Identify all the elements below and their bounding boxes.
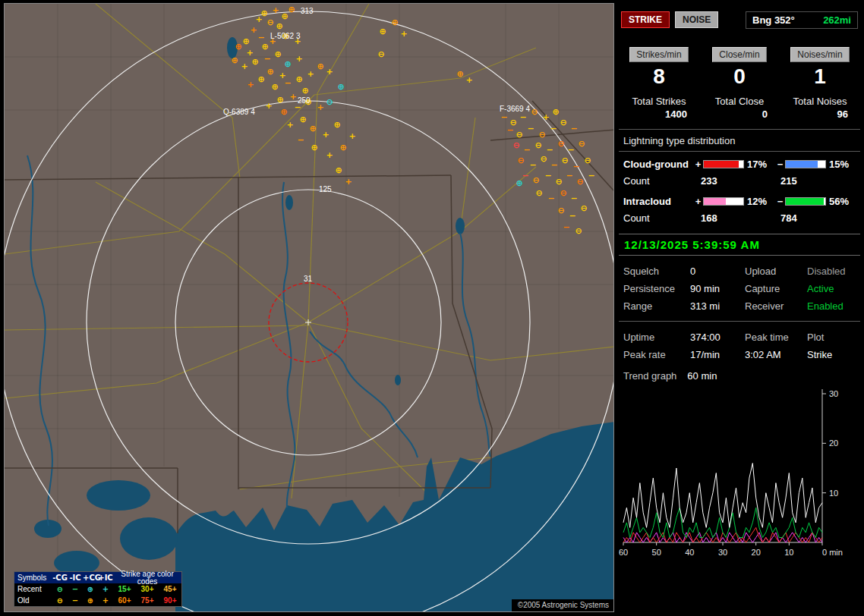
- pos-ic-icon: +: [98, 597, 113, 605]
- trend-series-close-rate: [623, 527, 822, 542]
- age-code: 75+: [136, 597, 159, 605]
- legend-row-recent: Recent ⊖ − ⊕ + 15+ 30+ 45+: [14, 583, 181, 595]
- trend-x-tick: 40: [685, 548, 694, 557]
- strike-symbol: ⊕: [335, 165, 342, 175]
- count-label: Count: [623, 212, 701, 224]
- trend-window-value: 60 min: [687, 370, 717, 382]
- strike-symbol: ⊕: [242, 36, 249, 46]
- strike-symbol: ⊕: [257, 74, 264, 84]
- strike-symbol: +: [255, 14, 262, 24]
- noises-per-min-chip[interactable]: Noises/min: [790, 47, 849, 62]
- divider: [619, 151, 860, 152]
- squelch-label: Squelch: [623, 266, 690, 277]
- neg-cg-icon: ⊖: [52, 586, 68, 593]
- strike-symbol: −: [567, 145, 574, 155]
- bar-fill: [786, 161, 818, 168]
- strike-symbol: ⊖: [575, 226, 582, 236]
- range-ring-label: 125: [319, 185, 332, 193]
- strike-symbol: ⊕: [391, 17, 398, 27]
- strike-symbol: −: [284, 78, 291, 88]
- mode-toolbar: STRIKE NOISE Bng 352° 262mi: [621, 11, 858, 29]
- divider: [619, 321, 860, 322]
- range-label: Range: [623, 300, 690, 312]
- peak-rate-label: Peak rate: [623, 349, 690, 360]
- cg-negative-percent: 15%: [826, 159, 857, 170]
- rate-labels-row: Strikes/min Close/min Noises/min: [619, 47, 860, 62]
- strike-symbol: ⊕: [317, 61, 323, 71]
- strike-symbol: ⊖: [561, 156, 568, 165]
- strike-symbol: ⊖: [326, 97, 333, 107]
- strikes-per-min-value: 8: [619, 64, 699, 89]
- strike-symbol: ⊕: [261, 42, 268, 52]
- close-per-min-chip[interactable]: Close/min: [712, 47, 766, 62]
- range-ring-label: 313: [301, 7, 314, 15]
- ic-positive-count: 168: [701, 212, 780, 224]
- strike-symbol: ⊕: [276, 21, 282, 31]
- age-code: 60+: [113, 597, 136, 605]
- persistence-value: 90 min: [690, 283, 745, 294]
- intracloud-row: Intracloud + 12% − 56%: [623, 196, 860, 207]
- strike-symbol: ⊖: [512, 140, 519, 150]
- cg-negative-bar: [785, 160, 826, 168]
- peak-time-value: 3:02 AM: [745, 349, 807, 360]
- legend-row-label: Recent: [14, 586, 52, 593]
- cloud-ground-label: Cloud-ground: [623, 159, 693, 170]
- capture-label: Capture: [745, 283, 807, 294]
- cg-positive-count: 233: [701, 175, 780, 187]
- strike-symbol: −: [519, 112, 526, 122]
- legend-age-header: Strike age color codes: [113, 570, 181, 586]
- strike-symbol: −: [588, 171, 594, 181]
- strike-symbol: ⊕: [266, 67, 273, 77]
- strike-symbol: −: [550, 160, 557, 170]
- strike-symbol: +: [307, 69, 314, 79]
- plot-label: Plot: [807, 332, 860, 343]
- age-code: 30+: [136, 586, 159, 593]
- map-canvas[interactable]: ⊕+⊕⊖⊕+⊕+⊕−⊕+⊕+⊕+⊕+⊕−⊕⊕+⊕+⊕+⊕−⊕+⊕+⊕⊕+⊕+⊕−…: [5, 4, 614, 612]
- strike-symbol: +: [322, 130, 329, 140]
- totals-values-row: 1400 0 96: [619, 108, 860, 120]
- app-window: ⊕+⊕⊖⊕+⊕+⊕−⊕+⊕+⊕+⊕+⊕−⊕⊕+⊕+⊕+⊕−⊕+⊕+⊕⊕+⊕+⊕−…: [0, 0, 864, 616]
- neg-ic-icon: −: [68, 597, 83, 605]
- strike-symbol: ⊖: [538, 130, 545, 140]
- strike-symbol: −: [529, 160, 536, 170]
- storm-cell-label: F-3669 4: [500, 105, 530, 113]
- cloud-ground-row: Cloud-ground + 17% − 15%: [623, 159, 860, 170]
- strike-symbol: ⊖: [580, 203, 587, 213]
- strike-symbol: −: [527, 124, 534, 134]
- strike-symbol: +: [348, 131, 355, 141]
- trend-y-tick: 30: [829, 389, 838, 398]
- strike-symbol: −: [569, 211, 575, 221]
- bearing-readout: Bng 352° 262mi: [746, 11, 858, 29]
- pos-cg-icon: ⊕: [83, 586, 98, 593]
- ic-negative-percent: 56%: [826, 196, 857, 207]
- strike-symbol: −: [570, 193, 577, 203]
- trend-x-tick: 20: [752, 548, 761, 557]
- total-noises-value: 96: [780, 108, 860, 120]
- lightning-map[interactable]: ⊕+⊕⊖⊕+⊕+⊕−⊕+⊕+⊕+⊕+⊕−⊕⊕+⊕+⊕+⊕−⊕+⊕+⊕⊕+⊕+⊕−…: [4, 3, 614, 612]
- strike-symbol: −: [563, 222, 569, 232]
- strike-symbol: +: [542, 112, 549, 122]
- strike-symbol: −: [522, 171, 528, 181]
- strike-mode-button[interactable]: STRIKE: [621, 11, 670, 28]
- bar-fill: [704, 161, 739, 168]
- strike-symbol: +: [326, 67, 333, 77]
- noise-mode-button[interactable]: NOISE: [675, 11, 718, 28]
- ic-positive-bar: [703, 197, 744, 206]
- copyright-text: ©2005 Astrogenic Systems: [512, 599, 613, 611]
- squelch-value: 0: [690, 266, 745, 277]
- divider: [619, 129, 860, 130]
- strike-symbol: ⊕: [284, 59, 291, 69]
- plus-sign: +: [693, 159, 703, 170]
- ic-negative-count: 784: [780, 212, 860, 224]
- total-close-label: Total Close: [699, 96, 780, 107]
- strike-symbol: ⊕: [231, 55, 238, 65]
- strike-symbol: +: [250, 25, 257, 35]
- strike-symbol: −: [263, 54, 270, 64]
- close-per-min-value: 0: [699, 64, 780, 89]
- noises-per-min-value: 1: [780, 64, 860, 89]
- upload-value: Disabled: [807, 266, 860, 277]
- trend-x-tick: 0 min: [822, 548, 843, 557]
- strike-symbol: ⊕: [301, 86, 308, 96]
- neg-ic-icon: −: [68, 586, 83, 593]
- strikes-per-min-chip[interactable]: Strikes/min: [629, 47, 688, 62]
